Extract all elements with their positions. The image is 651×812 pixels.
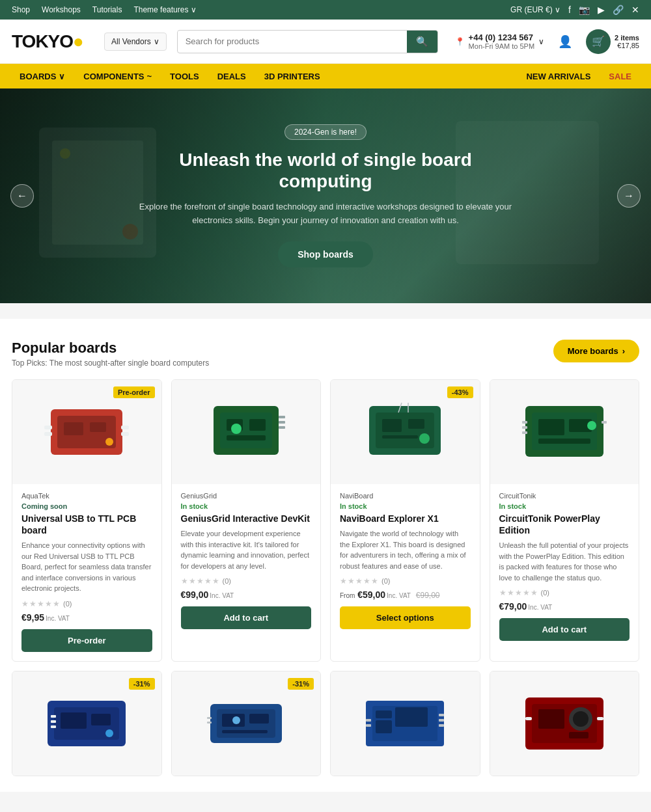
svg-rect-12 bbox=[121, 426, 129, 429]
svg-rect-63 bbox=[366, 724, 371, 727]
search-button[interactable]: 🔍 bbox=[407, 31, 437, 53]
add-to-cart-button[interactable]: Add to cart bbox=[499, 618, 630, 641]
hero-next-button[interactable]: → bbox=[617, 184, 641, 208]
svg-rect-10 bbox=[44, 426, 52, 429]
product-badge: -43% bbox=[447, 386, 473, 398]
product-desc: Navigate the world of technology with th… bbox=[340, 528, 471, 571]
svg-rect-62 bbox=[366, 719, 371, 722]
cart-total: €17,85 bbox=[615, 42, 639, 49]
product-grid-bottom: -31% -31% bbox=[12, 671, 639, 776]
svg-rect-7 bbox=[64, 422, 83, 435]
product-card: -31% bbox=[171, 671, 322, 776]
svg-rect-40 bbox=[602, 421, 607, 424]
top-nav: Shop Workshops Tutorials Theme features … bbox=[12, 5, 197, 14]
select-options-button[interactable]: Select options bbox=[340, 606, 471, 629]
youtube-icon[interactable]: ▶ bbox=[598, 5, 605, 15]
product-name: CircuitTonik PowerPlay Edition bbox=[499, 513, 630, 536]
product-badge: -31% bbox=[288, 678, 314, 690]
product-brand: CircuitTonik bbox=[499, 492, 630, 500]
svg-rect-45 bbox=[51, 715, 56, 718]
x-twitter-icon[interactable]: ✕ bbox=[631, 5, 639, 15]
rating-count: (0) bbox=[223, 577, 231, 585]
svg-rect-39 bbox=[522, 431, 527, 434]
hero-badge: 2024-Gen is here! bbox=[284, 124, 367, 140]
phone-number: +44 (0) 1234 567 bbox=[469, 33, 534, 42]
svg-rect-37 bbox=[522, 421, 527, 424]
price-vat: Inc. VAT bbox=[46, 615, 70, 622]
svg-rect-65 bbox=[439, 719, 444, 722]
boards-chevron-icon: ∨ bbox=[59, 72, 65, 81]
nav-new-arrivals[interactable]: NEW ARRIVALS bbox=[518, 64, 598, 88]
svg-rect-55 bbox=[207, 717, 212, 719]
header: TOKYO● All Vendors ∨ 🔍 📍 +44 (0) 1234 56… bbox=[0, 20, 651, 64]
cart-button[interactable]: 🛒 bbox=[586, 29, 611, 54]
product-rating: ★★★★★ (0) bbox=[21, 599, 152, 608]
phone-block: 📍 +44 (0) 1234 567 Mon-Fri 9AM to 5PM ∨ bbox=[455, 33, 544, 50]
nav-shop[interactable]: Shop bbox=[12, 5, 30, 14]
svg-rect-13 bbox=[121, 432, 129, 436]
product-rating: ★★★★★ (0) bbox=[499, 588, 630, 597]
svg-point-54 bbox=[232, 716, 240, 724]
rating-count: (0) bbox=[381, 577, 390, 585]
section-subtitle: Top Picks: The most sought-after single … bbox=[12, 359, 209, 368]
nav-3dprinters[interactable]: 3D PRINTERS bbox=[256, 64, 328, 88]
nav-tutorials[interactable]: Tutorials bbox=[92, 5, 122, 14]
svg-rect-28 bbox=[382, 435, 418, 439]
add-to-cart-button[interactable]: Add to cart bbox=[181, 606, 312, 629]
product-rating: ★★★★★ (0) bbox=[181, 576, 312, 586]
svg-rect-35 bbox=[538, 439, 590, 444]
stars-icon: ★★★★★ bbox=[499, 588, 538, 597]
section-title: Popular boards bbox=[12, 340, 209, 357]
phone-hours: Mon-Fri 9AM to 5PM bbox=[469, 42, 534, 50]
product-price: From €59,00Inc. VAT €99,00 bbox=[340, 589, 471, 600]
logo-text: TOKYO bbox=[12, 31, 73, 52]
phone-icon: 📍 bbox=[455, 37, 465, 46]
nav-deals[interactable]: DEALS bbox=[210, 64, 254, 88]
nav-sale[interactable]: SALE bbox=[601, 64, 639, 88]
link-icon[interactable]: 🔗 bbox=[613, 5, 624, 15]
logo[interactable]: TOKYO● bbox=[12, 31, 83, 52]
product-card bbox=[330, 671, 480, 776]
nav-right: NEW ARRIVALS SALE bbox=[518, 64, 639, 88]
svg-rect-72 bbox=[569, 732, 589, 738]
instagram-icon[interactable]: 📷 bbox=[579, 5, 590, 15]
nav-tools[interactable]: TOOLS bbox=[162, 64, 207, 88]
old-price: €99,00 bbox=[416, 591, 440, 600]
svg-point-36 bbox=[587, 421, 596, 430]
nav-left: BOARDS ∨ COMPONENTS ~ TOOLS DEALS 3D PRI… bbox=[12, 64, 328, 88]
svg-rect-74 bbox=[597, 717, 603, 720]
svg-rect-25 bbox=[382, 419, 402, 432]
svg-rect-61 bbox=[376, 710, 392, 718]
hero-banner: 2024-Gen is here! Unleash the world of s… bbox=[0, 88, 651, 303]
product-card bbox=[490, 671, 640, 776]
product-info: CircuitTonik In stock CircuitTonik Power… bbox=[490, 484, 639, 650]
vendor-select[interactable]: All Vendors ∨ bbox=[104, 33, 167, 51]
locale-selector[interactable]: GR (EUR €) ∨ bbox=[510, 5, 561, 14]
product-info: GeniusGrid In stock GeniusGrid Interacti… bbox=[172, 484, 321, 638]
svg-rect-21 bbox=[279, 421, 285, 424]
product-brand: NaviBoard bbox=[340, 492, 471, 500]
nav-boards[interactable]: BOARDS ∨ bbox=[12, 64, 73, 88]
search-input[interactable] bbox=[178, 31, 407, 51]
product-badge: Pre-order bbox=[113, 386, 155, 398]
svg-point-19 bbox=[231, 424, 242, 434]
product-image bbox=[490, 380, 639, 484]
nav-workshops[interactable]: Workshops bbox=[42, 5, 81, 14]
preorder-button[interactable]: Pre-order bbox=[21, 629, 152, 652]
svg-rect-44 bbox=[91, 714, 111, 725]
shop-boards-button[interactable]: Shop boards bbox=[278, 241, 373, 267]
arrow-right-icon: › bbox=[622, 346, 625, 356]
svg-rect-38 bbox=[522, 426, 527, 429]
svg-rect-47 bbox=[51, 725, 56, 728]
product-brand: AquaTek bbox=[21, 492, 152, 500]
phone-dropdown-icon[interactable]: ∨ bbox=[538, 37, 544, 46]
more-boards-button[interactable]: More boards › bbox=[553, 340, 639, 362]
nav-theme-features[interactable]: Theme features ∨ bbox=[133, 5, 196, 14]
product-image bbox=[172, 380, 321, 484]
facebook-icon[interactable]: f bbox=[568, 5, 571, 15]
cart-info: 2 items €17,85 bbox=[615, 34, 639, 49]
hero-prev-button[interactable]: ← bbox=[10, 184, 34, 208]
top-bar: Shop Workshops Tutorials Theme features … bbox=[0, 0, 651, 20]
nav-components[interactable]: COMPONENTS ~ bbox=[76, 64, 159, 88]
account-button[interactable]: 👤 bbox=[553, 30, 577, 53]
